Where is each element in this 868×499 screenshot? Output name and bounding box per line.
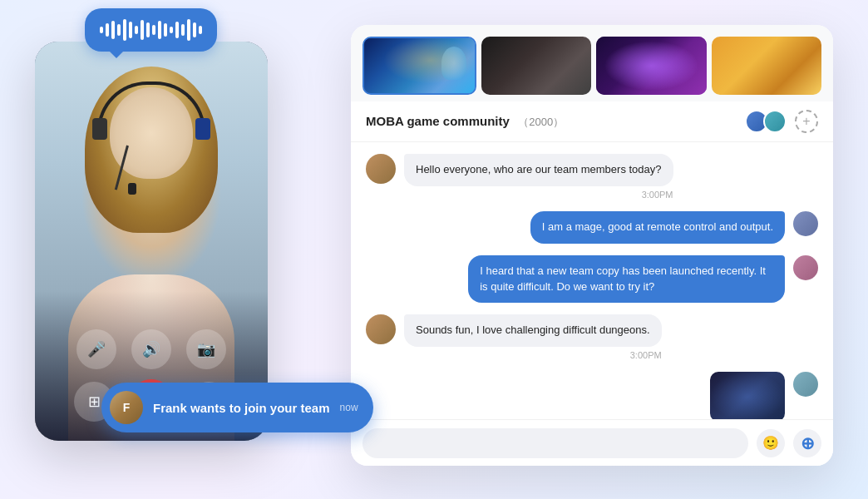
frank-initials: F: [123, 401, 131, 414]
msg-bubble-4: Sounds fun, I love challenging difficult…: [404, 314, 662, 347]
thumb-arena-img: [596, 37, 707, 95]
msg-content-3: I heard that a new team copy has been la…: [468, 255, 785, 304]
msg-avatar-4: [366, 314, 396, 344]
wave-bar-16: [187, 19, 190, 41]
speaker-button[interactable]: 🔊: [131, 329, 171, 369]
wave-bar-15: [181, 24, 185, 36]
chat-title: MOBA game community: [366, 114, 510, 128]
msg-bubble-2: I am a mage, good at remote control and …: [530, 211, 785, 244]
message-input[interactable]: [362, 428, 748, 458]
msg-time-1: 3:00PM: [404, 190, 673, 200]
wave-bar-8: [141, 20, 144, 40]
msg-text-2: I am a mage, good at remote control and …: [542, 220, 773, 233]
chat-member-count: （2000）: [518, 116, 564, 128]
member-avatar-2: [763, 110, 787, 133]
wave-bar-13: [170, 27, 173, 33]
input-bar: 🙂 ⊕: [351, 419, 833, 466]
message-row-3: I heard that a new team copy has been la…: [366, 255, 818, 304]
thumb-fantasy[interactable]: [362, 37, 476, 95]
attach-button[interactable]: ⊕: [793, 429, 821, 457]
wave-bar-9: [146, 22, 150, 37]
camera-button[interactable]: 📷: [186, 329, 226, 369]
emoji-button[interactable]: 🙂: [757, 429, 785, 457]
frank-notification-bubble[interactable]: F Frank wants to join your team now: [101, 383, 373, 432]
thumb-sport-img: [712, 37, 822, 95]
effects-icon: ⊞: [88, 393, 101, 411]
msg-text-3: I heard that a new team copy has been la…: [480, 264, 766, 293]
shared-thumbnail: [710, 372, 785, 422]
controls-row-top: 🎤 🔊 📷: [76, 329, 226, 369]
mute-button[interactable]: 🎤: [76, 329, 116, 369]
wave-bar-4: [117, 24, 121, 36]
msg-avatar-2: [793, 211, 818, 236]
voice-bubble: [85, 8, 217, 52]
waveform: [100, 18, 202, 42]
thumb-gun-img: [481, 37, 592, 95]
frank-notification-time: now: [340, 402, 358, 413]
msg-content-1: Hello everyone, who are our team members…: [404, 154, 673, 200]
msg-avatar-3: [793, 255, 818, 280]
msg-text-4: Sounds fun, I love challenging difficult…: [416, 324, 650, 336]
thumb-arena[interactable]: [596, 37, 707, 95]
header-right: +: [745, 110, 818, 133]
msg-time-4: 3:00PM: [404, 350, 662, 360]
wave-bar-14: [175, 22, 179, 38]
thumb-gun[interactable]: [481, 37, 592, 95]
chat-title-area: MOBA game community （2000）: [366, 114, 564, 130]
thumb-fantasy-img: [364, 38, 475, 93]
chat-card: MOBA game community （2000） + Hello every…: [351, 25, 833, 466]
mic-tip: [128, 183, 136, 195]
messages-area: Hello everyone, who are our team members…: [351, 142, 833, 425]
msg-bubble-1: Hello everyone, who are our team members…: [404, 154, 673, 186]
msg-bubble-3: I heard that a new team copy has been la…: [468, 255, 785, 304]
msg-avatar-5: [793, 372, 818, 397]
frank-avatar: F: [110, 391, 143, 424]
phone-photo: 🎤 🔊 📷 ⊞ 📞: [35, 42, 268, 441]
speaker-icon: 🔊: [142, 340, 160, 358]
wave-bar-3: [111, 21, 115, 39]
message-row-5: [366, 372, 818, 422]
add-member-button[interactable]: +: [795, 110, 818, 133]
wave-bar-7: [135, 26, 138, 34]
wave-bar-10: [152, 25, 155, 35]
wave-bar-18: [199, 26, 202, 34]
msg-avatar-1: [366, 154, 396, 184]
chat-header: MOBA game community （2000） +: [351, 101, 833, 142]
wave-bar-11: [158, 21, 161, 39]
wave-bar-17: [193, 22, 196, 37]
wave-bar-5: [123, 19, 126, 41]
msg-content-2: I am a mage, good at remote control and …: [530, 211, 785, 244]
main-scene: 🎤 🔊 📷 ⊞ 📞: [35, 17, 833, 482]
phone-card: 🎤 🔊 📷 ⊞ 📞: [35, 42, 268, 441]
message-row-1: Hello everyone, who are our team members…: [366, 154, 818, 200]
wave-bar-12: [164, 23, 167, 37]
message-row-2: I am a mage, good at remote control and …: [366, 211, 818, 244]
mic-off-icon: 🎤: [87, 340, 106, 358]
plus-icon: ⊕: [801, 433, 815, 453]
thumbnails-row: [351, 25, 833, 101]
emoji-icon: 🙂: [762, 435, 779, 451]
wave-bar-6: [129, 22, 132, 38]
wave-bar-1: [100, 27, 103, 33]
avatar-stack: [745, 110, 787, 133]
camera-icon: 📷: [197, 340, 215, 358]
thumb-sport[interactable]: [712, 37, 822, 95]
message-row-4: Sounds fun, I love challenging difficult…: [366, 314, 818, 360]
frank-notification-text: Frank wants to join your team: [153, 401, 330, 415]
wave-bar-2: [106, 23, 109, 37]
msg-text-1: Hello everyone, who are our team members…: [416, 163, 662, 175]
msg-content-4: Sounds fun, I love challenging difficult…: [404, 314, 662, 360]
